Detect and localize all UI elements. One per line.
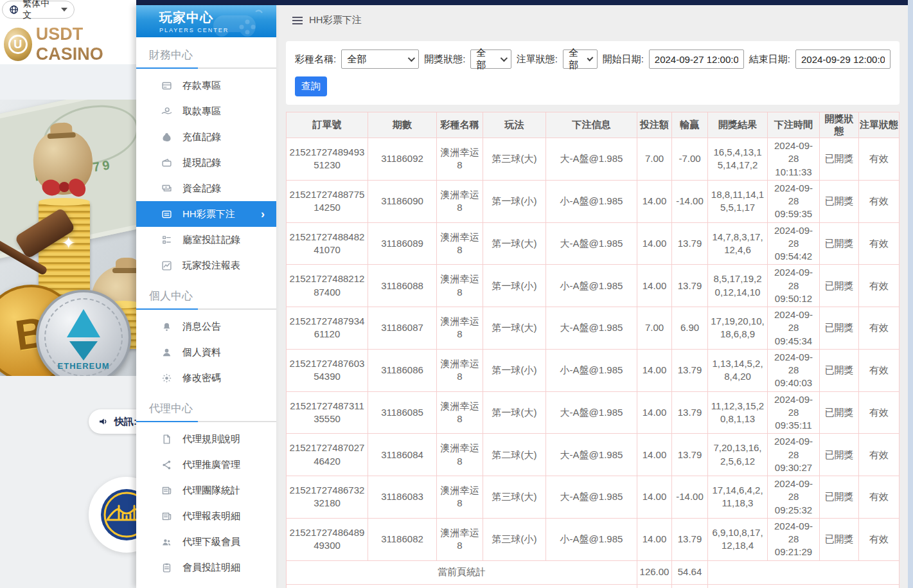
sidebar-item-個人資料[interactable]: 個人資料 xyxy=(136,339,276,365)
table-row: 215217274887751425031186090澳洲幸运8第一球(小)小-… xyxy=(287,180,900,222)
cell-draw-result: 7,20,13,16,2,5,6,12 xyxy=(708,434,768,476)
bell-icon xyxy=(161,321,172,332)
sidebar-section-title: 財務中心 xyxy=(149,48,276,62)
sidebar-item-代理報表明細[interactable]: 代理報表明細 xyxy=(136,503,276,529)
withdraw-icon xyxy=(161,106,172,117)
grand-total-row: 總統計 126.00 54.64 xyxy=(287,584,900,588)
cell-draw-result: 11,12,3,15,20,8,1,13 xyxy=(708,391,768,434)
sidebar-item-消息公告[interactable]: 消息公告 xyxy=(136,314,276,339)
cell-bet-info: 小-A盤@1.985 xyxy=(546,518,637,560)
cell-bet-info: 大-A盤@1.985 xyxy=(546,307,637,350)
sidebar-item-代理推廣管理[interactable]: 代理推廣管理 xyxy=(136,452,276,477)
cell-draw-status: 已開獎 xyxy=(820,222,859,265)
draw-status-filter-label: 開獎狀態: xyxy=(424,53,465,66)
withdraw-record-icon xyxy=(161,157,172,168)
sidebar-item-資金記錄[interactable]: 資金記錄 xyxy=(136,175,276,201)
column-header-bet-time: 下注時間 xyxy=(768,112,820,138)
section-divider xyxy=(136,308,276,310)
order-status-select[interactable]: 全部 xyxy=(563,49,598,69)
cell-issue: 31186086 xyxy=(368,349,437,391)
sidebar-item-廳室投註記錄[interactable]: 廳室投註記錄 xyxy=(136,227,276,253)
sidebar-item-label: 提現記錄 xyxy=(182,157,221,169)
cell-bet-time: 2024-09-28 09:59:35 xyxy=(768,180,820,222)
sidebar-item-會員投註明細[interactable]: 會員投註明細 xyxy=(136,555,276,580)
cell-win-loss: 13.79 xyxy=(672,391,708,434)
sidebar-item-label: 代理規則說明 xyxy=(182,433,240,445)
page-scrollbar[interactable] xyxy=(908,0,913,588)
sidebar-item-代理規則說明[interactable]: 代理規則說明 xyxy=(136,426,276,452)
sidebar: 玩家中心 PLAYERS CENTER 財務中心存款專區取款專區充值記錄提現記錄… xyxy=(136,5,276,588)
table-row: 215217274894935123031186092澳洲幸运8第三球(大)大-… xyxy=(287,138,900,181)
lottery-select[interactable]: 全部 xyxy=(341,49,419,69)
cell-stake: 14.00 xyxy=(637,518,672,560)
cell-order-status: 有效 xyxy=(859,434,900,476)
gamepad-icon xyxy=(199,8,270,37)
draw-status-select[interactable]: 全部 xyxy=(470,49,511,69)
sidebar-item-玩家投注報表[interactable]: 玩家投注報表 xyxy=(136,253,276,278)
filter-panel: 彩種名稱: 全部 開獎狀態: 全部 注單狀態: 全部 開始日期: 結束日期: 查… xyxy=(286,41,900,105)
cell-issue: 31186089 xyxy=(368,222,437,265)
cell-play-type: 第一球(小) xyxy=(483,265,546,307)
cell-bet-time: 2024-09-28 09:25:32 xyxy=(768,476,820,519)
player-report-icon xyxy=(161,260,172,271)
column-header-draw-result: 開獎結果 xyxy=(708,112,768,138)
table-row: 215217274870274642031186084澳洲幸运8第二球(大)大-… xyxy=(287,434,900,476)
cell-bet-info: 大-A盤@1.985 xyxy=(546,391,637,434)
table-row: 215217274864894930031186082澳洲幸运8第三球(小)小-… xyxy=(287,518,900,560)
cell-lottery-name: 澳洲幸运8 xyxy=(437,180,483,222)
grand-total-stake: 126.00 xyxy=(637,584,672,588)
cell-order-no: 2152172748673232180 xyxy=(287,476,368,519)
start-date-input[interactable] xyxy=(649,49,744,69)
sidebar-item-label: 充值記錄 xyxy=(182,131,221,143)
cell-play-type: 第三球(大) xyxy=(483,138,546,181)
sidebar-item-會員交易明細[interactable]: 會員交易明細 xyxy=(136,580,276,588)
sidebar-item-充值記錄[interactable]: 充值記錄 xyxy=(136,124,276,150)
cell-play-type: 第一球(小) xyxy=(483,349,546,391)
sidebar-item-代理團隊統計[interactable]: 代理團隊統計 xyxy=(136,477,276,503)
cell-lottery-name: 澳洲幸运8 xyxy=(437,265,483,307)
cell-issue: 31186088 xyxy=(368,265,437,307)
cell-win-loss: 13.79 xyxy=(672,222,708,265)
chevron-down-icon xyxy=(408,55,415,62)
sidebar-item-HH彩票下注[interactable]: HH彩票下注› xyxy=(136,201,276,227)
cell-win-loss: 13.79 xyxy=(672,518,708,560)
cell-bet-time: 2024-09-28 09:30:27 xyxy=(768,434,820,476)
cell-draw-status: 已開獎 xyxy=(820,180,859,222)
cell-win-loss: 13.79 xyxy=(672,434,708,476)
sidebar-item-提現記錄[interactable]: 提現記錄 xyxy=(136,150,276,175)
cell-stake: 14.00 xyxy=(637,476,672,519)
cell-bet-time: 2024-09-28 10:11:33 xyxy=(768,138,820,181)
search-button[interactable]: 查詢 xyxy=(295,76,327,96)
speaker-icon xyxy=(98,416,109,427)
column-header-order-no: 訂單號 xyxy=(287,112,368,138)
cell-draw-status: 已開獎 xyxy=(820,434,859,476)
cell-play-type: 第三球(大) xyxy=(483,476,546,519)
cell-order-status: 有效 xyxy=(859,518,900,560)
sidebar-item-取款專區[interactable]: 取款專區 xyxy=(136,98,276,124)
sidebar-item-修改密碼[interactable]: 修改密碼 xyxy=(136,365,276,391)
table-row: 215217274884824107031186089澳洲幸运8第一球(大)大-… xyxy=(287,222,900,265)
brand-logo[interactable]: U USDT CASINO xyxy=(4,24,136,64)
cell-draw-result: 6,9,10,8,17,12,18,4 xyxy=(708,518,768,560)
sidebar-section-title: 個人中心 xyxy=(149,289,276,303)
sidebar-item-label: 修改密碼 xyxy=(182,372,221,384)
red-bow-graphic xyxy=(41,175,87,201)
sidebar-item-存款專區[interactable]: 存款專區 xyxy=(136,73,276,98)
table-header-row: 訂單號期數彩種名稱玩法下注信息投注額輸贏開獎結果下注時間開獎狀態注單狀態 xyxy=(287,112,900,138)
end-date-input[interactable] xyxy=(795,49,891,69)
sidebar-item-代理下級會員[interactable]: 代理下級會員 xyxy=(136,529,276,555)
chevron-right-icon: › xyxy=(261,208,265,221)
cell-bet-info: 小-A盤@1.985 xyxy=(546,349,637,391)
cell-play-type: 第二球(大) xyxy=(483,434,546,476)
sidebar-header: 玩家中心 PLAYERS CENTER xyxy=(136,5,276,37)
cell-win-loss: -14.00 xyxy=(672,180,708,222)
menu-toggle-icon[interactable] xyxy=(292,17,303,24)
cell-order-no: 2152172748949351230 xyxy=(287,138,368,181)
sidebar-item-label: 取款專區 xyxy=(182,105,221,118)
cell-lottery-name: 澳洲幸运8 xyxy=(437,391,483,434)
language-selector[interactable]: 繁体中文 xyxy=(2,1,75,19)
news-ticker[interactable]: 快訊: xyxy=(89,409,136,434)
column-header-win-loss: 輸贏 xyxy=(672,112,708,138)
cell-order-no: 2152172748848241070 xyxy=(287,222,368,265)
grand-total-label: 總統計 xyxy=(287,584,637,588)
